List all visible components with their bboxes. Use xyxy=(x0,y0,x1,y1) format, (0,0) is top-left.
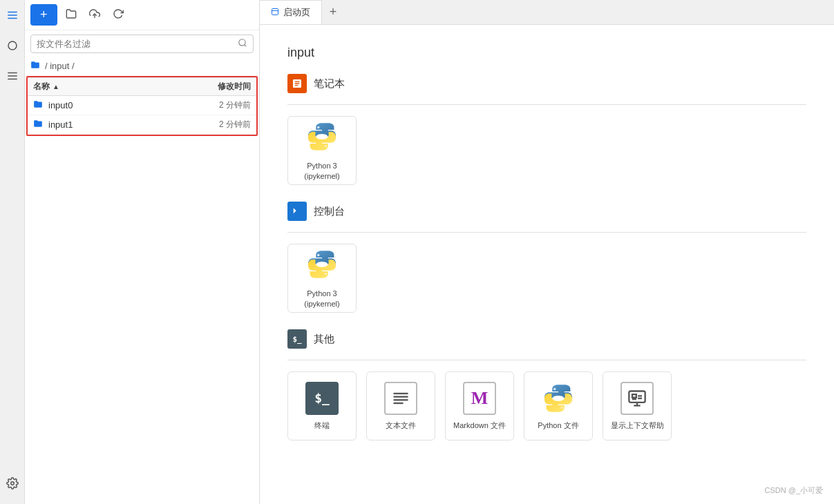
new-button[interactable]: + xyxy=(30,4,57,26)
other-divider xyxy=(287,360,806,360)
svg-rect-8 xyxy=(272,8,278,14)
circle-icon[interactable] xyxy=(3,36,22,55)
tab-add-button[interactable]: + xyxy=(322,0,344,24)
terminal-card-label: 终端 xyxy=(314,420,330,430)
file-name: input1 xyxy=(48,119,189,130)
file-time: 2 分钟前 xyxy=(189,99,251,111)
files-icon[interactable] xyxy=(3,6,22,25)
breadcrumb-folder-icon xyxy=(30,60,40,72)
kernel-card-label-console: Python 3(ipykernel) xyxy=(304,289,339,309)
console-kernel-cards: Python 3(ipykernel) xyxy=(287,244,806,313)
file-list: input0 2 分钟前 input1 2 分钟前 xyxy=(28,96,256,135)
tab-launcher[interactable]: 启动页 xyxy=(260,0,322,24)
search-icon xyxy=(238,38,247,50)
gear-icon[interactable] xyxy=(3,474,22,493)
file-toolbar: + xyxy=(25,0,259,30)
folder-icon xyxy=(33,99,43,111)
other-cards: $_ 终端 文本文件 M Markdown 文件 xyxy=(287,371,806,440)
svg-rect-24 xyxy=(632,394,636,398)
open-folder-button[interactable] xyxy=(61,6,81,25)
python3-console-card[interactable]: Python 3(ipykernel) xyxy=(287,244,357,313)
file-list-highlight: 名称 ▲ 修改时间 input0 2 分钟前 xyxy=(26,76,258,136)
svg-point-13 xyxy=(317,254,319,256)
svg-point-19 xyxy=(553,388,556,390)
contexthelp-icon xyxy=(620,382,654,415)
table-row[interactable]: input1 2 分钟前 xyxy=(28,115,256,135)
svg-point-11 xyxy=(324,145,326,147)
python3-notebook-card[interactable]: Python 3(ipykernel) xyxy=(287,116,357,185)
other-section-header: $_ 其他 xyxy=(287,329,806,349)
markdown-card-label: Markdown 文件 xyxy=(453,420,506,430)
python-file-card-label: Python 文件 xyxy=(538,420,578,430)
textfile-card-label: 文本文件 xyxy=(386,420,416,430)
console-section-title: 控制台 xyxy=(314,205,345,218)
svg-point-0 xyxy=(8,41,17,50)
kernel-card-label: Python 3(ipykernel) xyxy=(304,161,339,181)
other-section-title: 其他 xyxy=(314,333,334,346)
notebook-divider xyxy=(287,104,806,105)
sidebar xyxy=(0,0,25,504)
notebook-section-title: 笔记本 xyxy=(314,77,345,90)
svg-line-7 xyxy=(245,45,247,47)
console-section-header: 控制台 xyxy=(287,202,806,221)
console-section-icon xyxy=(287,202,307,221)
console-divider xyxy=(287,232,806,233)
python-logo xyxy=(305,120,339,155)
col-mtime-label: 修改时间 xyxy=(218,81,251,91)
search-input[interactable] xyxy=(37,39,234,49)
file-panel: + / xyxy=(25,0,260,504)
col-name-label: 名称 xyxy=(33,81,50,93)
launcher-title: input xyxy=(287,46,806,60)
terminal-card[interactable]: $_ 终端 xyxy=(287,371,357,440)
file-name: input0 xyxy=(48,100,189,110)
main-area: 启动页 + input 笔记本 xyxy=(260,0,834,504)
folder-icon xyxy=(33,119,43,130)
notebook-kernel-cards: Python 3(ipykernel) xyxy=(287,116,806,185)
svg-point-10 xyxy=(317,126,319,128)
textfile-icon xyxy=(384,382,417,415)
contexthelp-card-label: 显示上下文帮助 xyxy=(611,420,664,430)
tab-icon xyxy=(271,8,279,18)
markdown-card[interactable]: M Markdown 文件 xyxy=(445,371,514,440)
svg-point-14 xyxy=(324,273,326,275)
refresh-button[interactable] xyxy=(108,6,128,25)
contexthelp-card[interactable]: 显示上下文帮助 xyxy=(603,371,672,440)
breadcrumb-text: / input / xyxy=(45,61,75,71)
tab-bar: 启动页 + xyxy=(260,0,834,25)
sort-arrow: ▲ xyxy=(53,83,59,90)
list-icon[interactable] xyxy=(3,66,22,86)
svg-point-6 xyxy=(239,39,245,46)
python-logo-console xyxy=(305,248,339,283)
terminal-icon: $_ xyxy=(305,382,339,415)
textfile-card[interactable]: 文本文件 xyxy=(366,371,435,440)
upload-button[interactable] xyxy=(85,6,104,25)
notebook-section-header: 笔记本 xyxy=(287,74,806,93)
svg-point-20 xyxy=(560,407,562,409)
file-time: 2 分钟前 xyxy=(189,119,251,130)
markdown-icon: M xyxy=(463,382,496,415)
table-row[interactable]: input0 2 分钟前 xyxy=(28,96,256,115)
notebook-section-icon xyxy=(287,74,307,93)
watermark: CSDN @_小可爱 xyxy=(764,485,823,496)
python-file-card[interactable]: Python 文件 xyxy=(524,371,593,440)
other-section-icon: $_ xyxy=(287,329,307,349)
breadcrumb: / input / xyxy=(25,57,259,75)
tab-label: 启动页 xyxy=(283,6,310,19)
python-file-icon xyxy=(542,382,575,415)
launcher: input 笔记本 xyxy=(260,25,834,504)
svg-point-4 xyxy=(10,482,14,485)
file-table-header: 名称 ▲ 修改时间 xyxy=(28,77,256,96)
file-search-box xyxy=(30,35,254,53)
